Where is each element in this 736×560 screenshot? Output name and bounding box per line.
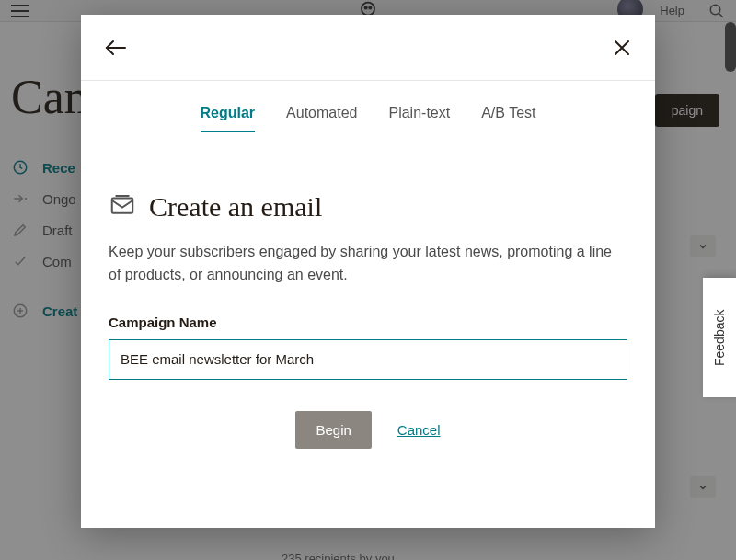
tab-plain-text[interactable]: Plain-text — [388, 105, 450, 132]
svg-rect-8 — [112, 199, 133, 213]
tab-automated[interactable]: Automated — [286, 105, 357, 132]
close-button[interactable] — [613, 39, 631, 57]
feedback-tab[interactable]: Feedback — [703, 278, 736, 397]
campaign-name-label: Campaign Name — [109, 314, 627, 330]
campaign-name-input[interactable] — [109, 339, 627, 380]
back-button[interactable] — [105, 39, 129, 57]
tab-ab-test[interactable]: A/B Test — [481, 105, 535, 132]
create-email-modal: Regular Automated Plain-text A/B Test Cr… — [81, 15, 655, 528]
begin-button[interactable]: Begin — [295, 411, 371, 449]
modal-actions: Begin Cancel — [109, 411, 627, 449]
modal-heading: Create an email — [149, 191, 322, 223]
email-icon — [109, 191, 136, 223]
modal-description: Keep your subscribers engaged by sharing… — [109, 241, 627, 287]
tab-regular[interactable]: Regular — [201, 105, 256, 132]
cancel-link[interactable]: Cancel — [397, 422, 441, 438]
modal-header — [81, 15, 655, 81]
modal-tabs: Regular Automated Plain-text A/B Test — [81, 81, 655, 132]
modal-body: Create an email Keep your subscribers en… — [81, 132, 655, 449]
